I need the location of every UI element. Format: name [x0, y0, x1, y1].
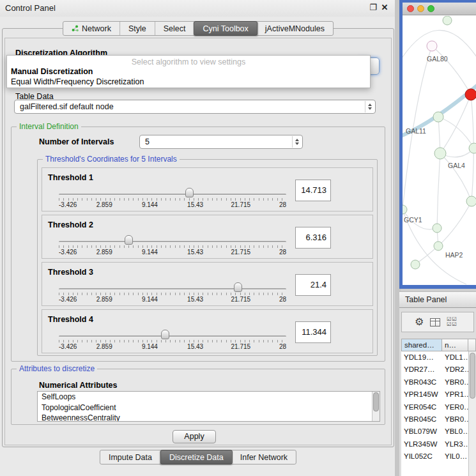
table-scrollbar[interactable] — [468, 351, 476, 476]
axis-tick-label: 9.144 — [142, 296, 158, 303]
network-node[interactable] — [427, 41, 437, 51]
slider-axis: -3.4262.8599.14415.4321.71528 — [59, 201, 286, 209]
tab-jactivemnodules[interactable]: jActiveMNodules — [257, 22, 333, 35]
network-node[interactable] — [466, 196, 476, 206]
table-columns-icon[interactable] — [430, 318, 440, 326]
slider-thumb[interactable] — [161, 330, 169, 339]
axis-tick-label: 21.715 — [231, 296, 251, 303]
close-icon[interactable]: ✕ — [380, 3, 390, 13]
control-panel-titlebar: Control Panel ❐ ✕ — [0, 0, 396, 17]
axis-tick-label: 2.859 — [96, 201, 112, 208]
network-node[interactable] — [434, 148, 446, 159]
table-row[interactable]: YDL19…YDL1… — [401, 351, 468, 364]
slider-thumb[interactable] — [185, 188, 194, 197]
network-canvas[interactable]: GAL80GAL11GAL4GCY1HAP2 — [403, 16, 476, 285]
attribute-list-item[interactable]: BetweennessCentrality — [38, 413, 380, 422]
table-row[interactable]: YLR345WYLR3… — [401, 438, 468, 450]
cell-name: YPR1… — [442, 388, 468, 401]
tab-cyni-toolbox[interactable]: Cyni Toolbox — [194, 21, 257, 36]
network-node[interactable] — [443, 16, 452, 25]
table-scrollbar-thumb[interactable] — [470, 353, 475, 399]
tab-style[interactable]: Style — [120, 22, 155, 35]
threshold-value-field[interactable]: 14.713 — [295, 180, 331, 201]
tab-impute-data[interactable]: Impute Data — [100, 450, 161, 464]
dropdown-option-equal-width-frequency[interactable]: Equal Width/Frequency Discretization — [7, 77, 370, 87]
axis-tick-label: -3.426 — [59, 343, 77, 350]
table-row[interactable]: YBR043CYBR0… — [401, 376, 468, 388]
gear-icon[interactable]: ⚙ — [415, 317, 424, 327]
threshold-slider[interactable]: -3.4262.8599.14415.4321.71528 — [59, 282, 286, 303]
axis-tick-label: 15.43 — [187, 343, 203, 350]
screen: Control Panel ❐ ✕ NetworkStyleSelectCyni… — [0, 0, 476, 476]
network-node[interactable] — [411, 260, 420, 269]
cell-shared-name: YDL19… — [401, 351, 442, 364]
threshold-value-field[interactable]: 6.316 — [295, 227, 331, 249]
bottom-tab-bar: Impute DataDiscretize DataInfer Network — [100, 450, 296, 464]
interval-definition-group: Interval Definition Number of Intervals … — [11, 127, 385, 362]
tab-infer-network[interactable]: Infer Network — [232, 450, 296, 464]
close-traffic-light[interactable] — [407, 5, 414, 12]
cell-name: YDR2… — [442, 364, 468, 376]
discretize-panel: Discretization Algorithm Select algorith… — [4, 38, 392, 445]
list-scrollbar[interactable] — [372, 392, 380, 421]
slider-ticks — [59, 198, 286, 201]
table-row[interactable]: YBR045CYBR0… — [401, 413, 468, 426]
network-window-titlebar — [403, 3, 476, 15]
threshold-value-field[interactable]: 21.4 — [295, 274, 331, 296]
tab-discretize-data[interactable]: Discretize Data — [160, 450, 233, 464]
table-data-value: galFiltered.sif default node — [20, 100, 114, 114]
threshold-value-field[interactable]: 11.344 — [295, 321, 331, 343]
threshold-slider[interactable]: -3.4262.8599.14415.4321.71528 — [59, 329, 286, 351]
table-data-combobox[interactable]: galFiltered.sif default node — [14, 100, 376, 114]
selected-network-node[interactable] — [465, 89, 476, 100]
table-panel: ⚙ ☑☑☑☑ shared… n… YDL19…YDL1…YDR27…YDR2…… — [399, 308, 476, 476]
axis-tick-label: 28 — [279, 249, 286, 256]
slider-thumb[interactable] — [234, 282, 242, 292]
table-panel-header[interactable]: Table Panel — [399, 291, 476, 308]
network-node[interactable] — [469, 143, 476, 153]
attribute-items: SelfLoopsTopologicalCoefficientBetweenne… — [38, 392, 380, 422]
table-row[interactable]: YIL052CYIL0… — [401, 450, 468, 463]
threshold-label: Threshold 3 — [48, 268, 93, 277]
table-row[interactable]: YBL079WYBL0… — [401, 426, 468, 438]
table-row[interactable]: YDR27…YDR2… — [401, 364, 468, 376]
threshold-panel-3: Threshold 3-3.4262.8599.14415.4321.71528… — [42, 262, 373, 306]
float-window-icon[interactable]: ❐ — [368, 3, 378, 13]
network-node[interactable] — [433, 224, 441, 233]
cell-name: YIL0… — [442, 450, 468, 463]
zoom-traffic-light[interactable] — [427, 5, 434, 12]
network-node[interactable] — [403, 205, 407, 214]
cell-name: YBR0… — [442, 413, 468, 426]
threshold-slider[interactable]: -3.4262.8599.14415.4321.71528 — [59, 187, 286, 209]
minimize-traffic-light[interactable] — [417, 5, 424, 12]
list-scrollbar-thumb[interactable] — [373, 392, 379, 411]
apply-button[interactable]: Apply — [173, 430, 216, 443]
number-of-intervals-combobox[interactable]: 5 — [139, 135, 303, 149]
combobox-stepper-icon — [292, 136, 302, 148]
column-checkbox-icons[interactable]: ☑☑☑☑ — [447, 317, 457, 327]
attribute-list-item[interactable]: SelfLoops — [38, 392, 380, 403]
network-view-window: GAL80GAL11GAL4GCY1HAP2 — [399, 0, 476, 289]
axis-tick-label: 2.859 — [96, 249, 112, 256]
network-node[interactable] — [434, 242, 443, 250]
threshold-slider[interactable]: -3.4262.8599.14415.4321.71528 — [59, 234, 286, 256]
tab-network[interactable]: Network — [63, 22, 120, 35]
tab-select[interactable]: Select — [155, 22, 195, 35]
column-header-shared-name[interactable]: shared… — [401, 339, 442, 351]
dropdown-hint: Select algorithm to view settings — [7, 56, 370, 66]
dropdown-option-manual-discretization[interactable]: Manual Discretization — [7, 66, 370, 77]
table-row[interactable]: YER054CYER0… — [401, 401, 468, 413]
table-row[interactable]: YPR145WYPR1… — [401, 388, 468, 401]
cell-name: YDL1… — [442, 351, 468, 364]
network-node[interactable] — [433, 112, 443, 122]
network-edge — [432, 46, 471, 95]
attribute-list-item[interactable]: TopologicalCoefficient — [38, 403, 380, 413]
network-node-label: GAL80 — [427, 55, 448, 63]
column-header-name[interactable]: n… — [442, 339, 468, 351]
network-edge — [440, 153, 472, 201]
numerical-attributes-list[interactable]: SelfLoopsTopologicalCoefficientBetweenne… — [37, 391, 380, 422]
threshold-blocks: Threshold 1-3.4262.8599.14415.4321.71528… — [42, 167, 373, 354]
slider-track — [59, 335, 286, 337]
slider-thumb[interactable] — [125, 235, 133, 245]
slider-axis: -3.4262.8599.14415.4321.71528 — [59, 343, 286, 351]
